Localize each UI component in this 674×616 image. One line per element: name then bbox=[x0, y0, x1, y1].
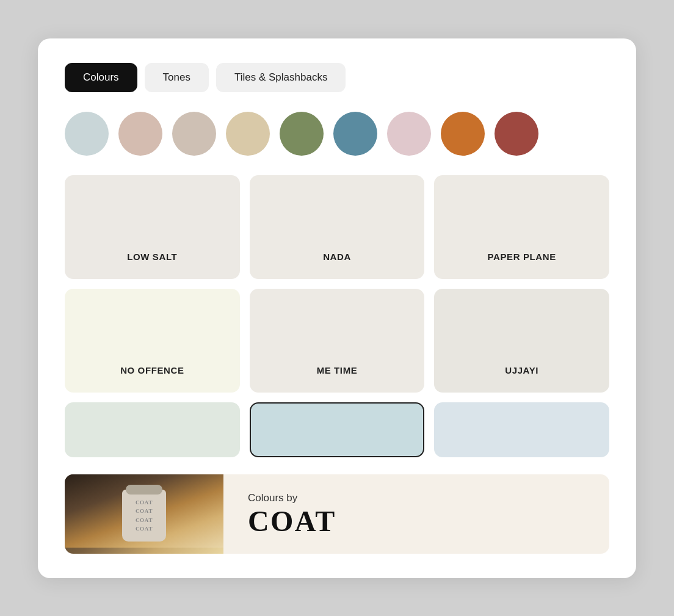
tile-row3-lightblue[interactable] bbox=[434, 402, 609, 457]
tiles-row-2: NO OFFENCE ME TIME UJJAYI bbox=[65, 289, 609, 393]
tab-bar: Colours Tones Tiles & Splashbacks bbox=[65, 63, 609, 92]
tile-row3-blue[interactable] bbox=[250, 402, 425, 457]
tile-me-time[interactable]: ME TIME bbox=[250, 289, 425, 393]
swatch-warm-beige[interactable] bbox=[172, 112, 216, 156]
swatch-brick-red[interactable] bbox=[495, 112, 538, 156]
tile-low-salt[interactable]: LOW SALT bbox=[65, 175, 240, 279]
tile-nada[interactable]: NADA bbox=[250, 175, 425, 279]
tab-colours[interactable]: Colours bbox=[65, 63, 137, 92]
tiles-row-3 bbox=[65, 402, 609, 457]
swatch-sage-green[interactable] bbox=[280, 112, 324, 156]
swatch-dusty-rose[interactable] bbox=[118, 112, 162, 156]
banner-brand: COAT bbox=[248, 507, 585, 536]
main-card: Colours Tones Tiles & Splashbacks LOW SA… bbox=[38, 38, 636, 578]
coat-banner[interactable]: COATCOATCOATCOAT Colours by COAT bbox=[65, 474, 609, 554]
tile-no-offence[interactable]: NO OFFENCE bbox=[65, 289, 240, 393]
tab-tiles-splashbacks[interactable]: Tiles & Splashbacks bbox=[216, 63, 346, 92]
tile-row3-green[interactable] bbox=[65, 402, 240, 457]
swatch-terracotta[interactable] bbox=[441, 112, 485, 156]
tile-paper-plane[interactable]: PAPER PLANE bbox=[434, 175, 609, 279]
swatch-sand[interactable] bbox=[226, 112, 270, 156]
swatch-blush-pink[interactable] bbox=[387, 112, 431, 156]
tiles-row-1: LOW SALT NADA PAPER PLANE bbox=[65, 175, 609, 279]
banner-text: Colours by COAT bbox=[223, 474, 609, 554]
tile-ujjayi[interactable]: UJJAYI bbox=[434, 289, 609, 393]
swatch-steel-blue[interactable] bbox=[333, 112, 377, 156]
color-swatches bbox=[65, 112, 609, 156]
swatch-light-blue-grey[interactable] bbox=[65, 112, 109, 156]
tab-tones[interactable]: Tones bbox=[145, 63, 209, 92]
banner-image: COATCOATCOATCOAT bbox=[65, 474, 223, 554]
banner-subtitle: Colours by bbox=[248, 492, 585, 504]
